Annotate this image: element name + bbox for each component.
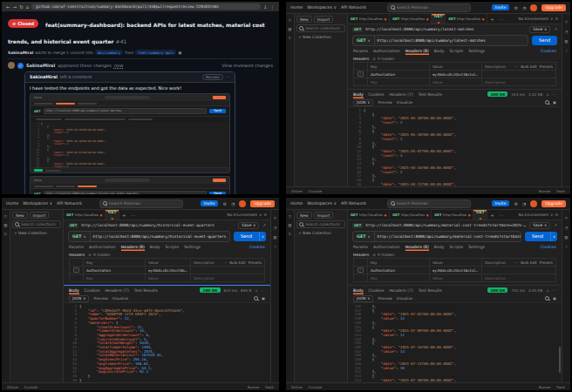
code-icon[interactable]: ▦ — [273, 235, 276, 240]
response-tab-body[interactable]: Body — [353, 90, 364, 98]
tab-params[interactable]: Params — [353, 242, 368, 251]
tab-authorization[interactable]: Authorization — [373, 46, 400, 55]
new-button[interactable]: New — [12, 212, 28, 219]
tab-params[interactable]: Params — [353, 46, 368, 55]
preview-toggle[interactable]: Preview — [93, 296, 107, 301]
preview-toggle[interactable]: Preview — [378, 100, 392, 105]
value-placeholder[interactable]: Value — [429, 274, 481, 281]
request-title[interactable]: http://localhost:8000/api/summary/latest… — [365, 27, 473, 31]
visualize-toggle[interactable]: Visualize — [112, 296, 128, 301]
tab-headers[interactable]: Headers (8) — [405, 46, 429, 55]
console-button[interactable]: Console — [24, 385, 37, 389]
new-collection-link[interactable]: + New Collection — [296, 231, 345, 235]
history-icon[interactable]: ↻ — [289, 36, 292, 40]
docs-icon[interactable]: ≡ — [274, 216, 277, 220]
send-options-icon[interactable]: ∨ — [259, 232, 266, 241]
invite-button[interactable]: Invite — [492, 200, 510, 206]
sidebar-search-input[interactable]: Search collections — [296, 220, 345, 228]
hidden-headers-toggle[interactable]: ⊙9 hidden — [88, 253, 110, 257]
cookies-link[interactable]: Cookies — [541, 245, 556, 249]
account-avatar[interactable] — [530, 200, 537, 207]
tab-authorization[interactable]: Authorization — [373, 242, 400, 251]
response-more-icon[interactable]: ⋯ — [553, 92, 556, 97]
cookies-link[interactable]: Cookies — [249, 245, 265, 249]
response-tab-headers[interactable]: Headers (7) — [390, 286, 413, 294]
tab-authorization[interactable]: Authorization — [89, 242, 116, 251]
environment-selector[interactable]: No Environment∨⊙ — [515, 14, 562, 24]
pr-author[interactable]: SakinaMiral — [8, 51, 33, 55]
online-status[interactable]: Online — [291, 385, 303, 389]
search-response-icon[interactable] — [545, 100, 549, 105]
url-input[interactable]: http://localhost:8000/api/summary/materi… — [375, 234, 521, 239]
address-bar[interactable]: github.com/wf-construction/summary-dashb… — [31, 3, 261, 10]
workspaces-menu[interactable]: Workspaces ∨ — [307, 5, 337, 10]
trash-button[interactable]: Trash — [556, 189, 565, 193]
workspaces-menu[interactable]: Workspaces ∨ — [307, 201, 337, 206]
search-input[interactable]: Search Postman — [387, 199, 471, 208]
notifications-bell-icon[interactable]: ◔ — [522, 201, 526, 206]
tab-params[interactable]: Params — [69, 242, 84, 251]
header-value[interactable]: eyJhbGciOiJIUzI1NiIsInR5cCI6IkpXVCJ9.eyJ… — [148, 268, 187, 273]
settings-gear-icon[interactable]: ⚙ — [514, 5, 517, 10]
trash-button[interactable]: Trash — [556, 385, 565, 389]
copy-icon[interactable]: ▣ — [262, 296, 265, 301]
code-icon[interactable]: ▦ — [564, 39, 568, 44]
response-json-viewer[interactable]: 136 },137 {138 "date": "2025-07-02T00:00… — [348, 303, 562, 382]
response-tab-tests[interactable]: Test Results — [419, 90, 442, 98]
save-response-icon[interactable]: ↓ — [546, 288, 549, 293]
tab-settings[interactable]: Settings — [184, 242, 201, 251]
runner-button[interactable]: Runner — [539, 385, 551, 389]
request-tab[interactable]: GEThttp://localhos● — [106, 210, 119, 220]
more-icon[interactable]: ⋯ — [514, 64, 518, 69]
tab-body[interactable]: Body — [434, 46, 445, 55]
comments-icon[interactable]: ◔ — [274, 226, 277, 230]
notifications-bell-icon[interactable]: ◔ — [231, 201, 235, 206]
format-select[interactable]: JSON∨ — [69, 295, 89, 302]
url-input[interactable]: http://localhost:8000/api/summary/histor… — [91, 234, 229, 239]
header-description[interactable] — [481, 267, 555, 274]
request-tab[interactable]: GEThttp://localhos● — [390, 210, 432, 220]
header-key[interactable]: Authorization — [367, 71, 429, 78]
notifications-bell-icon[interactable]: ◔ — [522, 5, 526, 10]
home-tab[interactable]: Home — [290, 5, 303, 10]
workspaces-menu[interactable]: Workspaces ∨ — [23, 201, 52, 206]
value-placeholder[interactable]: Value — [145, 274, 190, 281]
header-value[interactable]: eyJhbGciOiJIUzI1NiIsInR5cCI6IkpXVCJ9.eyJ… — [432, 268, 479, 273]
response-tab-cookies[interactable]: Cookies — [85, 286, 100, 294]
header-key[interactable]: Authorization — [83, 267, 145, 274]
presets-menu[interactable]: Presets — [249, 260, 262, 265]
response-json-viewer[interactable]: 1[2 {3 "date": "2025-05-30T00:00:00.000Z… — [348, 107, 562, 186]
account-avatar[interactable] — [530, 4, 537, 11]
reviewer-name[interactable]: SakinaMiral — [26, 63, 55, 68]
request-tab[interactable]: GEThttp://localhos● — [432, 14, 446, 24]
env-quicklook-icon[interactable]: ⊙ — [555, 213, 558, 217]
response-tab-cookies[interactable]: Cookies — [369, 90, 385, 98]
request-tab[interactable]: GEThttp://localhos● — [64, 210, 106, 220]
desc-placeholder[interactable]: Description — [481, 274, 555, 281]
response-json-viewer[interactable]: 1{2 "id": "c89e4d7f-9024-43ce-a0f3-8be2c… — [64, 303, 270, 382]
runner-button[interactable]: Runner — [539, 189, 551, 193]
home-icon[interactable]: ⌂ — [26, 4, 30, 10]
tab-settings[interactable]: Settings — [468, 242, 485, 251]
new-tab-icon[interactable]: + — [119, 213, 128, 218]
request-title[interactable]: http://localhost:8000/api/summary/materi… — [365, 223, 527, 227]
request-title[interactable]: http://localhost:8000/api/summary/histor… — [81, 223, 214, 227]
request-tab[interactable]: GEThttp://localhos● — [348, 210, 390, 220]
key-placeholder[interactable]: Key — [83, 274, 145, 281]
response-tab-body[interactable]: Body — [69, 286, 79, 294]
environment-selector[interactable]: No Environment∨⊙ — [224, 210, 270, 220]
code-icon[interactable]: ▦ — [564, 235, 568, 240]
method-select[interactable]: GET∨ — [69, 232, 91, 241]
comments-icon[interactable]: ◔ — [565, 30, 569, 34]
collections-icon[interactable]: ≡ — [289, 214, 292, 219]
value-placeholder[interactable]: Value — [429, 78, 481, 85]
env-icon[interactable]: ▦ — [3, 223, 7, 227]
hidden-headers-toggle[interactable]: ⊙9 hidden — [372, 57, 394, 61]
tab-body[interactable]: Body — [150, 242, 160, 251]
account-avatar[interactable] — [239, 200, 246, 207]
reload-icon[interactable]: ↻ — [19, 4, 24, 10]
invite-button[interactable]: Invite — [492, 4, 510, 10]
tab-body[interactable]: Body — [434, 242, 445, 251]
save-response-icon[interactable]: ↓ — [546, 92, 549, 97]
head-branch-label[interactable]: feat/summary-apis — [135, 50, 176, 55]
